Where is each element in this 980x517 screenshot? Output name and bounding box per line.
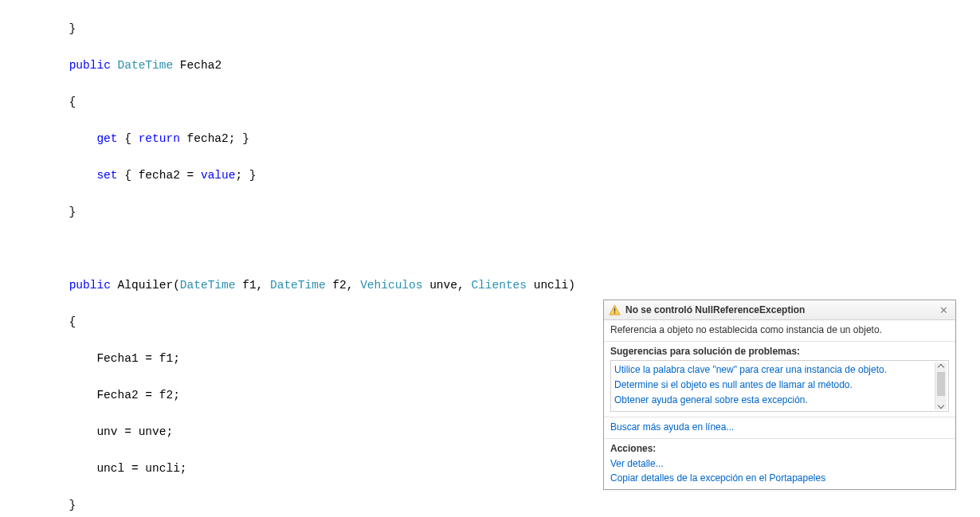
suggestions-section: Sugerencias para solución de problemas: … [604,342,955,417]
svg-rect-0 [614,307,616,311]
suggestion-link[interactable]: Obtener ayuda general sobre esta excepci… [614,394,945,406]
exception-helper-popup: No se controló NullReferenceException ✕ … [603,300,956,490]
copy-exception-link[interactable]: Copiar detalles de la excepción en el Po… [610,472,949,484]
suggestions-list: Utilice la palabra clave "new" para crea… [610,360,949,412]
suggestion-link[interactable]: Utilice la palabra clave "new" para crea… [614,363,945,376]
code-line: { [14,93,980,112]
code-line: } [14,203,980,221]
suggestions-header: Sugerencias para solución de problemas: [610,345,949,358]
search-online-link[interactable]: Buscar más ayuda en línea... [610,421,734,433]
close-button[interactable]: ✕ [937,305,951,315]
actions-section: Acciones: Ver detalle... Copiar detalles… [604,439,955,489]
code-line: set { fecha2 = value; } [14,166,980,185]
code-line [14,240,980,258]
actions-header: Acciones: [610,442,949,455]
exception-message-text: Referencia a objeto no establecida como … [610,324,882,335]
view-detail-link[interactable]: Ver detalle... [610,457,949,470]
popup-title: No se controló NullReferenceException [625,304,937,316]
code-line: get { return fecha2; } [14,130,980,148]
svg-rect-1 [614,312,616,314]
code-line: public DateTime Fecha2 [14,57,980,75]
search-section: Buscar más ayuda en línea... [604,417,955,439]
suggestion-link[interactable]: Determine si el objeto es null antes de … [614,378,945,391]
popup-header: No se controló NullReferenceException ✕ [604,300,955,320]
warning-icon [609,304,621,316]
suggestions-scrollbar[interactable] [935,362,947,409]
code-line: } [14,20,980,38]
code-line: } [14,496,980,515]
code-line: public Alquiler(DateTime f1, DateTime f2… [14,276,980,295]
exception-message: Referencia a objeto no establecida como … [604,320,955,342]
